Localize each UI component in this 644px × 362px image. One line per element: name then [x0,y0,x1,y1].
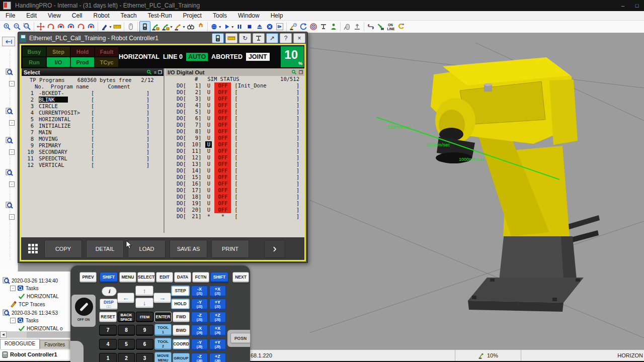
io-row[interactable]: DO[17]UOFF[] [166,187,304,194]
pendant-view-icon[interactable] [212,33,224,43]
fn-copy-button[interactable]: COPY [44,240,82,258]
robot-stand-icon[interactable] [253,33,265,43]
key-+z-j3-[interactable]: +Z(J3) [209,312,226,323]
io-panel-header[interactable]: I/O Digital Out ❐ [166,68,304,76]
program-row[interactable]: 1-BCKEDT-[] [22,90,164,97]
tree-node-icon[interactable] [5,201,14,210]
io-row[interactable]: DO[8]UOFF[] [166,128,304,135]
orbit-view-icon[interactable] [86,22,96,32]
tree-item-check[interactable]: HORIZONTAL [18,293,59,300]
cycle-time-icon[interactable] [288,22,298,32]
abort-icon[interactable] [265,22,275,32]
jog-tool-icon[interactable] [160,22,171,32]
io-row[interactable]: DO[12]UOFF[] [166,154,304,161]
key-select[interactable]: SELECT [137,272,155,283]
key-shift[interactable]: SHIFT [100,272,118,283]
io-row[interactable]: DO[13]UOFF[] [166,161,304,167]
io-row[interactable]: DO[19]UOFF[] [166,200,304,207]
key-arrow-down[interactable]: ↓ [135,298,153,308]
menu-cell[interactable]: Cell [66,12,88,19]
io-row[interactable]: DO[6]UOFF[] [166,115,304,122]
key-+x-j4-[interactable]: +X(J4) [209,325,226,336]
key-+y-j2-[interactable]: +Y(J2) [209,299,226,310]
key-hold[interactable]: HOLD [171,299,190,309]
tree-item-snapshot[interactable]: 2020-03-26 11:34:53 [2,309,58,317]
program-row[interactable]: 9PRIMARY[] [22,142,164,149]
key--y-j5-[interactable]: -Y(J5) [191,339,208,350]
on-off-knob[interactable] [75,298,93,316]
key-7[interactable]: 7 [99,325,117,336]
key-reset[interactable]: RESET [99,312,117,322]
key-+y-j5-[interactable]: +Y(J5) [209,339,226,350]
key-movemenu[interactable]: MOVEMENU [154,352,172,362]
io-row[interactable]: DO[7]UOFF[] [166,122,304,128]
program-row[interactable]: 10SECONDARY[] [22,149,164,155]
menu-file[interactable]: File [0,12,21,19]
tree-item-tasks[interactable]: -Tasks [10,285,39,292]
key-i[interactable]: i [102,287,117,296]
view-preset-icon[interactable] [100,22,110,32]
stop-icon[interactable] [245,22,255,32]
menu-test-run[interactable]: Test-Run [142,12,178,19]
controller-bar[interactable]: Robot Controller1 [0,349,82,359]
collapse-panel-button[interactable] [2,37,15,46]
zoom-window-icon[interactable] [22,22,32,32]
fn-detail-button[interactable]: DETAIL [86,240,124,258]
io-row[interactable]: DO[1]UOFF[Init_Done] [166,82,304,89]
measure-icon[interactable] [112,22,122,32]
io-row[interactable]: DO[18]UOFF[] [166,194,304,200]
tree-collapse-icon[interactable]: - [9,182,15,187]
key-+z-j6-[interactable]: +Z(J6) [209,353,226,362]
function-next-button[interactable]: › [264,240,285,258]
robot-program-icon[interactable] [173,22,183,32]
key-menu[interactable]: MENU [119,272,136,283]
program-row[interactable]: 7MAIN[] [22,129,164,136]
mouse-teach-icon[interactable] [342,22,352,32]
key-data[interactable]: DATA [174,272,191,283]
io-row[interactable]: DO[3]UOFF[] [166,96,304,102]
key-2[interactable]: 2 [118,353,135,362]
pan-view-icon[interactable] [76,22,86,32]
fn-print-button[interactable]: PRINT [211,240,249,258]
scroll-left-icon[interactable]: ◄ [0,331,7,338]
fn-load-button[interactable]: LOAD [128,240,166,258]
maximize-button[interactable]: □ [630,2,644,10]
key-next[interactable]: NEXT [232,272,249,283]
gripper-icon[interactable] [196,22,206,32]
tp-window-titlebar[interactable]: Ethernet_PLC_Call_Training - Robot Contr… [18,32,307,44]
key-shift[interactable]: SHIFT [210,272,228,283]
key--x-j4-[interactable]: -X(J4) [191,325,208,336]
program-row[interactable]: 6INITIALIZE[] [22,123,164,129]
key-disp-[interactable]: DISP□□ [100,299,118,310]
tree-collapse-icon[interactable]: - [9,81,15,86]
expand-icon[interactable]: - [10,286,16,291]
io-row[interactable]: DO[4]UOFF[] [166,102,304,109]
key-4[interactable]: 4 [99,339,117,350]
key-tool1[interactable]: TOOL1 [154,324,172,336]
key-arrow-left[interactable]: ← [117,293,134,303]
panel-zoom-icon[interactable] [291,69,297,75]
menu-window[interactable]: Window [232,12,265,19]
jog-robot-icon[interactable] [150,22,160,32]
robot-arm[interactable] [431,57,600,312]
program-row[interactable]: 3CIRCLE[] [22,103,164,110]
io-row[interactable]: DO[11]UOFF[] [166,148,304,154]
menu-project[interactable]: Project [178,12,207,19]
key-3[interactable]: 3 [136,353,153,362]
tab-roboguide[interactable]: ROBOGUIDE [0,339,40,349]
move-view-icon[interactable] [36,22,46,32]
program-row[interactable]: 11SPEEDCTRL[] [22,155,164,162]
tree-node-icon[interactable] [5,107,14,116]
key-arrow-right[interactable]: → [153,293,171,303]
io-row[interactable]: DO[2]UOFF[] [166,89,304,96]
tree-collapse-icon[interactable]: - [9,214,15,220]
key--z-j6-[interactable]: -Z(J6) [191,353,208,362]
key-fctn[interactable]: FCTN [192,272,209,283]
menu-teach[interactable]: Teach [115,12,142,19]
tree-node-icon[interactable] [5,68,14,77]
tree-item-snapshot[interactable]: 2020-03-26 11:34:40 [2,277,58,285]
tree-item-check[interactable]: HORIZONTAL o [18,325,63,332]
key-group[interactable]: GROUP [173,353,190,362]
key-coord[interactable]: COORD [173,339,190,349]
tree-item-trace[interactable]: TCP Traces [10,301,45,308]
